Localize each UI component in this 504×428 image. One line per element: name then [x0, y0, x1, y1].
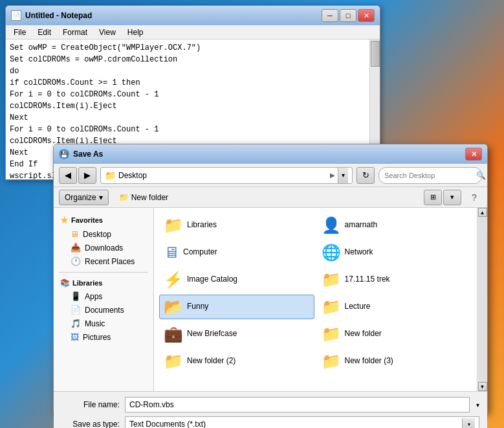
music-icon: 🎵	[71, 319, 81, 328]
file-name-funny: Funny	[187, 302, 208, 312]
search-bar[interactable]: 🔍	[378, 167, 482, 184]
nav-item-apps[interactable]: 📱 Apps	[56, 289, 151, 303]
nav-item-music-label: Music	[85, 319, 105, 328]
recent-places-icon: 🕐	[71, 256, 81, 266]
nav-item-pictures[interactable]: 🖼 Pictures	[56, 330, 151, 344]
libraries-section[interactable]: 📚 Libraries	[56, 276, 151, 289]
menu-format[interactable]: Format	[58, 27, 93, 38]
notepad-icon: 📄	[11, 10, 21, 21]
filename-dropdown-arrow[interactable]: ▾	[476, 401, 479, 409]
file-item-libraries[interactable]: 📁 Libraries	[159, 213, 314, 238]
nav-item-music[interactable]: 🎵 Music	[56, 317, 151, 330]
nav-item-recent-places[interactable]: 🕐 Recent Places	[56, 254, 151, 268]
file-name-network: Network	[345, 247, 373, 258]
location-text: Desktop	[118, 171, 327, 180]
location-arrow-icon: ▶	[330, 172, 335, 179]
menu-help[interactable]: Help	[122, 27, 149, 38]
menu-file[interactable]: File	[8, 27, 31, 38]
right-scrollbar[interactable]: ▲ ▼	[477, 208, 487, 391]
organize-button[interactable]: Organize ▾	[59, 190, 109, 205]
menu-edit[interactable]: Edit	[32, 27, 56, 38]
libraries-icon: 📚	[60, 278, 70, 287]
libraries-label: Libraries	[72, 279, 102, 287]
search-icon: 🔍	[476, 171, 486, 180]
file-item-new-folder[interactable]: 📁 New folder	[317, 322, 472, 346]
search-input[interactable]	[384, 172, 474, 179]
nav-item-desktop[interactable]: 🖥 Desktop	[56, 227, 151, 241]
organize-label: Organize	[65, 193, 96, 202]
location-folder-icon: 📁	[105, 170, 116, 181]
nav-item-downloads-label: Downloads	[85, 243, 123, 253]
notepad-menubar: File Edit Format View Help	[6, 25, 380, 39]
file-item-lecture[interactable]: 📁 Lecture	[317, 295, 472, 319]
new-folder-button[interactable]: 📁 New folder	[114, 190, 173, 205]
network-icon: 🌐	[322, 243, 341, 262]
image-catalog-icon: ⚡	[164, 271, 183, 289]
view-buttons: ⊞ ▾	[424, 190, 461, 205]
view-dropdown-button[interactable]: ▾	[443, 190, 461, 205]
scrollbar-down-button[interactable]: ▼	[478, 382, 487, 391]
trek-folder-icon: 📁	[322, 271, 341, 289]
location-bar[interactable]: 📁 Desktop ▶ ▾	[100, 167, 353, 184]
file-name-image-catalog: Image Catalog	[187, 275, 237, 285]
notepad-scrollbar-thumb[interactable]	[371, 41, 380, 67]
saveas-close-button[interactable]: ✕	[465, 148, 482, 161]
nav-buttons: ◀ ▶	[59, 167, 96, 184]
new-folder-3-icon: 📁	[322, 352, 341, 370]
saveas-title: Save As	[73, 150, 461, 159]
documents-icon: 📄	[71, 305, 81, 315]
location-dropdown-button[interactable]: ▾	[338, 168, 348, 183]
notepad-close-button[interactable]: ✕	[358, 9, 375, 22]
desktop-icon: 🖥	[71, 229, 79, 239]
file-item-new-folder-2[interactable]: 📁 New folder (2)	[159, 349, 314, 374]
left-separator	[59, 272, 148, 273]
file-item-computer[interactable]: 🖥 Computer	[159, 240, 314, 265]
file-name-computer: Computer	[183, 247, 217, 258]
favorites-section[interactable]: ★ Favorites	[56, 213, 151, 227]
nav-item-documents-label: Documents	[85, 306, 124, 315]
nav-item-documents[interactable]: 📄 Documents	[56, 303, 151, 317]
file-name-new-folder-2: New folder (2)	[187, 356, 236, 366]
menu-view[interactable]: View	[94, 27, 121, 38]
nav-item-downloads[interactable]: 📥 Downloads	[56, 241, 151, 254]
file-item-image-catalog[interactable]: ⚡ Image Catalog	[159, 267, 314, 292]
forward-button[interactable]: ▶	[78, 167, 96, 184]
notepad-minimize-button[interactable]: ─	[322, 9, 338, 22]
file-name-new-folder: New folder	[345, 329, 382, 339]
file-item-network[interactable]: 🌐 Network	[317, 240, 472, 265]
amarnath-icon: 👤	[322, 216, 341, 234]
new-folder-icon: 📁	[322, 325, 341, 343]
nav-item-apps-label: Apps	[85, 292, 102, 301]
back-button[interactable]: ◀	[59, 167, 77, 184]
filetype-dropdown-arrow[interactable]: ▾	[462, 418, 475, 428]
nav-item-recent-places-label: Recent Places	[85, 257, 135, 266]
file-item-amarnath[interactable]: 👤 amarnath	[317, 213, 472, 238]
nav-item-desktop-label: Desktop	[83, 230, 111, 239]
new-folder-label: New folder	[131, 193, 168, 202]
file-name-libraries: Libraries	[187, 220, 217, 231]
saveas-toolbar: ◀ ▶ 📁 Desktop ▶ ▾ ↻ 🔍	[54, 164, 487, 187]
filename-input[interactable]	[125, 397, 470, 412]
file-item-new-folder-3[interactable]: 📁 New folder (3)	[317, 349, 472, 374]
filetype-row: Save as type: Text Documents (*.txt) ▾	[61, 416, 479, 428]
file-item-briefcase[interactable]: 💼 New Briefcase	[159, 322, 314, 346]
file-name-lecture: Lecture	[345, 302, 371, 312]
scrollbar-thumb	[478, 217, 487, 382]
files-grid: 📁 Libraries 👤 amarnath 🖥 Computer 🌐 Netw…	[154, 208, 477, 391]
scrollbar-up-button[interactable]: ▲	[478, 208, 487, 217]
notepad-maximize-button[interactable]: □	[340, 9, 356, 22]
filetype-select[interactable]: Text Documents (*.txt) ▾	[125, 416, 479, 428]
notepad-titlebar-buttons: ─ □ ✕	[322, 9, 375, 22]
filename-row: File name: ▾	[61, 397, 479, 412]
refresh-button[interactable]: ↻	[356, 167, 375, 184]
computer-icon: 🖥	[164, 243, 179, 262]
file-item-funny[interactable]: 📂 Funny	[159, 295, 314, 319]
file-name-new-folder-3: New folder (3)	[345, 356, 393, 366]
view-button[interactable]: ⊞	[424, 190, 442, 205]
nav-item-pictures-label: Pictures	[83, 333, 111, 342]
saveas-titlebar: 💾 Save As ✕	[54, 144, 487, 164]
new-folder-2-icon: 📁	[164, 352, 183, 370]
funny-folder-icon: 📂	[164, 298, 183, 316]
file-item-trek[interactable]: 📁 17.11.15 trek	[317, 267, 472, 292]
help-button[interactable]: ?	[466, 190, 482, 205]
